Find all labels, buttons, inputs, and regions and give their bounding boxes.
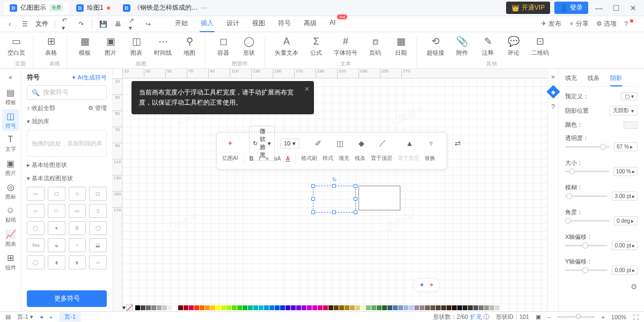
shape-user[interactable]: ◯ — [89, 221, 107, 235]
ai-icon[interactable]: ✦ — [429, 281, 434, 289]
app-tab[interactable]: D 亿图图示 免费 — [4, 2, 69, 14]
color-swatch[interactable] — [135, 305, 140, 310]
blur-value[interactable]: 3.00 pt ▸ — [612, 192, 638, 201]
shape-parallel[interactable]: ▱ — [27, 204, 45, 218]
manage-button[interactable]: ⚙ 管理 — [88, 104, 107, 112]
color-swatch[interactable] — [473, 305, 478, 310]
print-icon[interactable]: 🖶 — [114, 20, 122, 28]
shape-manual[interactable]: ▱ — [89, 255, 107, 269]
zoom-in-icon[interactable]: + — [601, 314, 604, 320]
italic-icon[interactable]: I — [259, 156, 260, 162]
color-swatch[interactable] — [269, 305, 274, 310]
color-swatch[interactable] — [189, 305, 194, 310]
align-icon[interactable]: ≡ — [266, 156, 269, 162]
color-swatch[interactable] — [210, 305, 215, 310]
color-swatch[interactable] — [173, 305, 178, 310]
shape-circle2[interactable]: ◯ — [27, 255, 45, 269]
color-swatch[interactable] — [200, 305, 204, 310]
menu-tab-视图[interactable]: 视图 — [251, 16, 266, 32]
color-swatch[interactable] — [162, 305, 167, 310]
ribbon-形状[interactable]: ◯形状 — [241, 35, 257, 61]
color-swatch[interactable] — [393, 305, 398, 310]
style-btn[interactable]: ◫ — [332, 139, 348, 148]
color-swatch[interactable] — [457, 305, 462, 310]
shape-subproc[interactable]: ▯ — [89, 204, 107, 218]
size-slider[interactable] — [565, 171, 609, 172]
search-input[interactable]: 🔍 搜索符号 — [27, 85, 107, 100]
color-swatch[interactable] — [387, 305, 392, 310]
rail-组件[interactable]: ⊞组件 — [2, 251, 19, 273]
color-swatch[interactable] — [141, 305, 145, 310]
shape-capsule[interactable]: ⬭ — [48, 204, 65, 218]
rail-文字[interactable]: T文字 — [2, 133, 19, 155]
color-swatch[interactable] — [382, 305, 387, 310]
no-color[interactable] — [126, 304, 133, 311]
options-button[interactable]: ⚙ 选项 — [596, 19, 617, 28]
color-swatch[interactable] — [361, 305, 365, 310]
line-btn[interactable]: ／ — [375, 138, 391, 148]
color-swatch[interactable] — [430, 305, 435, 310]
rotate-handle[interactable]: ↻ — [332, 177, 336, 182]
redo-icon[interactable]: ↷ — [77, 20, 85, 28]
shape-diamond[interactable]: ◇ — [69, 187, 86, 201]
color-swatch[interactable] — [221, 305, 226, 310]
ribbon-容器[interactable]: ◻容器 — [215, 35, 231, 61]
my-lib-header[interactable]: ▾ 我的库 — [27, 118, 49, 126]
shape-cylinder[interactable]: ⬙ — [48, 238, 65, 252]
color-swatch[interactable] — [318, 305, 323, 310]
color-swatch[interactable] — [248, 305, 253, 310]
pos-select[interactable]: 无阴影 ▾ — [609, 106, 638, 115]
xoff-slider[interactable] — [565, 245, 608, 246]
expand-icon[interactable]: » — [551, 73, 555, 80]
shape-yes[interactable]: Yes — [27, 238, 45, 252]
cat-flowchart[interactable]: ▾ 基本流程图形状 — [27, 174, 73, 182]
share-icon[interactable]: ↪ — [144, 20, 152, 28]
rail-图表[interactable]: 📈图表 — [2, 228, 19, 249]
color-swatch[interactable] — [296, 305, 301, 310]
ribbon-地图[interactable]: ⚲地图 — [181, 35, 197, 61]
color-swatch[interactable] — [178, 305, 183, 310]
color-swatch[interactable] — [345, 305, 349, 310]
close-button[interactable]: ✕ — [627, 4, 640, 12]
save-icon[interactable]: 💾 — [99, 20, 107, 28]
front-btn[interactable]: ▲ — [401, 139, 418, 148]
format-painter[interactable]: ✐ — [310, 139, 326, 148]
color-swatch[interactable] — [167, 305, 172, 310]
fit-icon[interactable]: ▣ — [536, 313, 541, 320]
ribbon-公式[interactable]: Σ公式 — [308, 35, 324, 61]
shape-stored[interactable]: ◖ — [48, 255, 65, 269]
page-select[interactable]: 页-1 ▾ — [17, 313, 33, 321]
color-swatch[interactable] — [489, 305, 494, 310]
shape-ellipse[interactable]: ◯ — [27, 221, 45, 235]
color-swatch[interactable] — [452, 305, 457, 310]
color-swatch[interactable] — [232, 305, 237, 310]
login-button[interactable]: 👤 登录 — [554, 2, 588, 14]
shape-tape[interactable]: ~ — [69, 238, 86, 252]
color-swatch[interactable] — [484, 305, 489, 310]
color-swatch[interactable] — [366, 305, 371, 310]
color-swatch[interactable] — [425, 305, 430, 310]
menu-tab-符号[interactable]: 符号 — [277, 16, 292, 32]
help-icon[interactable]: ? — [624, 20, 628, 28]
bold-icon[interactable]: B — [250, 156, 253, 162]
preset-select[interactable]: ▢ ▾ — [621, 92, 638, 100]
color-swatch[interactable] — [184, 305, 188, 310]
drop-zone[interactable]: 拖拽到此处，添加到我的库 — [27, 130, 107, 157]
color-swatch[interactable] — [307, 305, 312, 310]
ribbon-注释[interactable]: ✎注释 — [480, 35, 496, 61]
add-page-icon[interactable]: + — [49, 314, 53, 320]
yoff-value[interactable]: 0.00 pt ▸ — [612, 266, 638, 275]
menu-tab-AI[interactable]: AIhot — [328, 16, 336, 32]
color-swatch[interactable] — [377, 305, 382, 310]
color-swatch[interactable] — [253, 305, 258, 310]
rail-图片[interactable]: ▣图片 — [2, 157, 19, 178]
rect-shape[interactable] — [358, 186, 400, 210]
ribbon-日期[interactable]: ▦日期 — [393, 35, 409, 61]
export-icon[interactable]: ↗ ▾ — [129, 20, 137, 28]
ribbon-图表[interactable]: ◫图表 — [128, 35, 144, 61]
opacity-slider[interactable] — [565, 146, 610, 148]
shape-circle[interactable]: ● — [48, 221, 65, 235]
rail-模板[interactable]: ▤模板 — [2, 86, 19, 107]
ribbon-时间线[interactable]: ⋯时间线 — [154, 35, 172, 61]
shape-actor[interactable]: 웃 — [69, 221, 86, 235]
